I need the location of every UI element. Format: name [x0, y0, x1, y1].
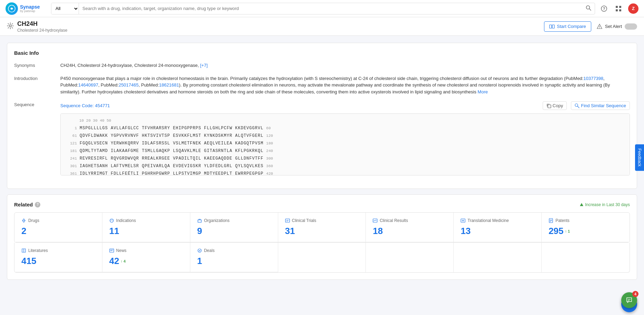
related-item-empty-5 — [366, 243, 454, 272]
svg-point-15 — [575, 104, 578, 106]
related-info-icon[interactable]: ? — [35, 202, 40, 207]
seq-row-5: 241 REVRESIRFL RQVGRDWVQR RREALKRGEE VPA… — [65, 155, 625, 162]
nav-icons: ? Z — [599, 3, 638, 14]
svg-rect-7 — [616, 9, 618, 11]
entity-subtitle: Cholesterol 24-hydroxylase — [17, 28, 67, 33]
feedback-button[interactable]: Feedback — [635, 144, 644, 171]
search-button[interactable] — [582, 5, 595, 12]
related-item-literatures[interactable]: Literatures 415 — [14, 243, 102, 272]
sequence-header: Sequence Code: 454771 Copy — [60, 101, 630, 110]
logo[interactable]: Synapse by patsnap — [6, 2, 47, 15]
sequence-value-area: Sequence Code: 454771 Copy — [60, 101, 630, 175]
deal-icon — [197, 248, 202, 253]
seq-row-1: 1 MSPGLLLLGS AVLLAFGLCC TFVHRARSRY EHIPG… — [65, 125, 625, 131]
related-header: Related ? Increase in Last 30 days — [14, 202, 630, 207]
related-item-deals[interactable]: Deals 1 — [190, 243, 278, 272]
related-item-indications[interactable]: Indications 11 — [102, 213, 190, 242]
related-section: Related ? Increase in Last 30 days Dr — [7, 194, 637, 280]
result-icon — [373, 218, 378, 223]
seq-row-2: 61 QDVFLDWAKK YGPVVRVNVF HKTSVIVTSP ESVK… — [65, 133, 625, 139]
related-title-area: Related ? — [14, 202, 40, 207]
basic-info-card: Basic Info Synonyms CH24H, Cholesterol 2… — [7, 43, 637, 189]
search-filter-select[interactable]: All — [51, 3, 79, 14]
drug-icon — [21, 218, 26, 223]
svg-line-16 — [578, 106, 580, 108]
entity-name-block: CH24H Cholesterol 24-hydroxylase — [17, 20, 67, 33]
svg-rect-5 — [616, 6, 618, 8]
pubmed-link-1[interactable]: 10377398 — [583, 76, 603, 81]
indication-icon — [109, 218, 114, 223]
news-icon — [109, 248, 114, 253]
find-similar-button[interactable]: Find Similar Sequence — [571, 101, 630, 110]
svg-point-13 — [599, 28, 600, 28]
find-similar-icon — [575, 103, 580, 108]
top-navigation: Synapse by patsnap All ? — [0, 0, 644, 17]
sequence-code[interactable]: Sequence Code: 454771 — [60, 102, 110, 109]
alert-label: Set Alert — [605, 24, 622, 29]
alert-toggle[interactable] — [625, 23, 637, 30]
related-item-translational-medicine[interactable]: Translational Medicine 13 — [454, 213, 542, 242]
search-bar: All — [51, 3, 595, 14]
apps-icon[interactable] — [614, 4, 623, 13]
svg-rect-8 — [619, 9, 621, 11]
trial-icon — [285, 218, 290, 223]
svg-rect-20 — [285, 219, 290, 222]
set-alert-area: Set Alert — [597, 23, 637, 30]
related-grid-row2: Literatures 415 News 42 ↑ 4 — [14, 243, 630, 273]
logo-icon — [6, 2, 18, 15]
related-item-organizations[interactable]: Organizations 9 — [190, 213, 278, 242]
search-icon — [586, 5, 591, 11]
related-item-drugs[interactable]: Drugs 2 — [14, 213, 102, 242]
svg-rect-14 — [548, 105, 551, 108]
basic-info-title: Basic Info — [14, 50, 630, 56]
user-avatar[interactable]: Z — [628, 3, 638, 14]
intro-more-btn[interactable]: More — [477, 89, 488, 94]
related-title-text: Related — [14, 202, 33, 207]
medicine-icon — [461, 218, 465, 223]
related-item-clinical-trials[interactable]: Clinical Trials 31 — [278, 213, 366, 242]
seq-row-3: 121 FGQGLVSECN YERWHKQRRV IDLAFSRSSL VSL… — [65, 140, 625, 146]
synonyms-row: Synonyms CH24H, Cholesterol 24-hydroxyla… — [14, 62, 630, 69]
introduction-row: Introduction P450 monooxygenase that pla… — [14, 75, 630, 95]
main-content: Basic Info Synonyms CH24H, Cholesterol 2… — [0, 36, 644, 292]
settings-icon[interactable] — [7, 22, 14, 30]
pubmed-link-2[interactable]: 14640697 — [78, 82, 98, 88]
entity-title: CH24H — [17, 20, 67, 28]
increase-arrow-icon — [580, 203, 584, 207]
sequence-ruler: 10 20 30 40 50 — [65, 118, 625, 124]
pubmed-link-3[interactable]: 25017465 — [119, 82, 139, 88]
svg-point-9 — [9, 25, 11, 27]
help-icon[interactable]: ? — [599, 4, 609, 13]
sequence-label: Sequence — [14, 101, 52, 175]
seq-row-6: 301 IAGHETSANH LAFTVMELSR QPEIVARLQA EVD… — [65, 163, 625, 169]
logo-text: Synapse by patsnap — [20, 4, 40, 13]
svg-rect-6 — [619, 6, 621, 8]
start-compare-button[interactable]: Start Compare — [544, 21, 591, 32]
synonyms-value: CH24H, Cholesterol 24-hydroxylase, Chole… — [60, 62, 630, 69]
lit-icon — [21, 248, 26, 253]
related-item-patents[interactable]: Patents 295 ↑ 1 — [542, 213, 630, 242]
entity-actions: Start Compare Set Alert — [544, 21, 637, 32]
introduction-label: Introduction — [14, 75, 52, 95]
search-input[interactable] — [79, 6, 582, 11]
entity-header: CH24H Cholesterol 24-hydroxylase Start C… — [0, 17, 644, 36]
synonyms-label: Synonyms — [14, 62, 52, 69]
sequence-actions: Copy Find Similar Sequence — [543, 101, 630, 110]
seq-row-4: 181 QDMLTYTAMD ILAKAAFGME TSMLLGAQKP LSQ… — [65, 148, 625, 154]
svg-rect-11 — [552, 25, 554, 28]
org-icon — [197, 218, 202, 223]
copy-button[interactable]: Copy — [543, 101, 567, 110]
related-item-news[interactable]: News 42 ↑ 4 — [102, 243, 190, 272]
patent-icon — [549, 218, 553, 223]
related-item-empty-4 — [278, 243, 366, 272]
svg-rect-23 — [373, 219, 377, 222]
pubmed-link-4[interactable]: 18621681 — [159, 82, 179, 88]
compare-label: Start Compare — [557, 24, 586, 29]
sequence-box[interactable]: 10 20 30 40 50 1 MSPGLLLLGS AVLLAFGLCC T… — [60, 113, 630, 175]
related-item-clinical-results[interactable]: Clinical Results 18 — [366, 213, 454, 242]
app-name: Synapse — [20, 4, 40, 9]
synonyms-more-link[interactable]: [+7] — [200, 63, 208, 68]
app-sub: by patsnap — [20, 9, 40, 13]
svg-point-18 — [110, 219, 113, 222]
seq-row-7: 361 IDLYRRIMGT FDLLFEÉTLI PGHRHPGWRP LLP… — [65, 171, 625, 176]
